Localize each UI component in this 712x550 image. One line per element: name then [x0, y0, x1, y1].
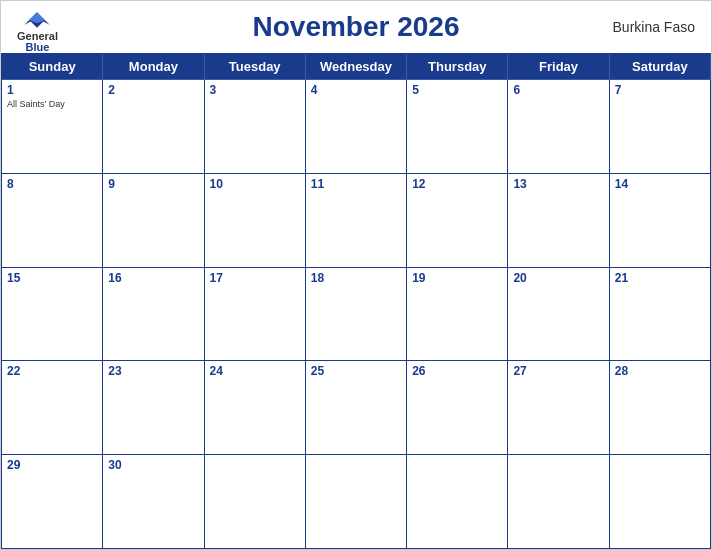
day-cell — [508, 455, 609, 549]
day-number: 19 — [412, 271, 502, 285]
day-cell: 5 — [407, 80, 508, 174]
day-number: 27 — [513, 364, 603, 378]
week-row-1: 1All Saints' Day234567 — [2, 80, 711, 174]
day-cell: 23 — [103, 361, 204, 455]
day-cell: 15 — [2, 268, 103, 362]
day-number: 12 — [412, 177, 502, 191]
day-header-monday: Monday — [103, 54, 204, 80]
day-cell: 21 — [610, 268, 711, 362]
day-header-thursday: Thursday — [407, 54, 508, 80]
day-cell: 13 — [508, 174, 609, 268]
day-cell: 17 — [205, 268, 306, 362]
day-number: 14 — [615, 177, 705, 191]
day-number: 4 — [311, 83, 401, 97]
day-number: 3 — [210, 83, 300, 97]
logo-blue-text: Blue — [26, 42, 50, 53]
logo-bird-icon — [19, 9, 55, 31]
day-cell: 6 — [508, 80, 609, 174]
day-number: 30 — [108, 458, 198, 472]
day-number: 20 — [513, 271, 603, 285]
day-header-wednesday: Wednesday — [306, 54, 407, 80]
day-cell: 22 — [2, 361, 103, 455]
day-cell: 29 — [2, 455, 103, 549]
week-row-3: 15161718192021 — [2, 268, 711, 362]
day-cell — [407, 455, 508, 549]
day-cell: 28 — [610, 361, 711, 455]
day-number: 28 — [615, 364, 705, 378]
day-cell: 2 — [103, 80, 204, 174]
day-number: 8 — [7, 177, 97, 191]
day-headers-row: SundayMondayTuesdayWednesdayThursdayFrid… — [2, 54, 711, 80]
day-number: 5 — [412, 83, 502, 97]
day-header-sunday: Sunday — [2, 54, 103, 80]
country-label: Burkina Faso — [613, 19, 695, 35]
day-cell: 25 — [306, 361, 407, 455]
day-cell: 24 — [205, 361, 306, 455]
day-cell: 16 — [103, 268, 204, 362]
day-number: 22 — [7, 364, 97, 378]
day-number: 1 — [7, 83, 97, 97]
day-cell: 1All Saints' Day — [2, 80, 103, 174]
day-number: 11 — [311, 177, 401, 191]
day-cell: 19 — [407, 268, 508, 362]
day-number: 10 — [210, 177, 300, 191]
day-cell — [610, 455, 711, 549]
calendar-grid: SundayMondayTuesdayWednesdayThursdayFrid… — [1, 53, 711, 549]
day-cell: 4 — [306, 80, 407, 174]
day-number: 7 — [615, 83, 705, 97]
holiday-label: All Saints' Day — [7, 99, 97, 110]
day-number: 23 — [108, 364, 198, 378]
day-number: 29 — [7, 458, 97, 472]
day-cell: 9 — [103, 174, 204, 268]
calendar-header: General Blue November 2026 Burkina Faso — [1, 1, 711, 53]
week-row-5: 2930 — [2, 455, 711, 549]
day-number: 6 — [513, 83, 603, 97]
day-number: 13 — [513, 177, 603, 191]
day-cell — [205, 455, 306, 549]
day-cell: 30 — [103, 455, 204, 549]
day-cell: 26 — [407, 361, 508, 455]
calendar-title: November 2026 — [252, 11, 459, 43]
day-number: 17 — [210, 271, 300, 285]
day-number: 16 — [108, 271, 198, 285]
day-number: 26 — [412, 364, 502, 378]
week-row-2: 891011121314 — [2, 174, 711, 268]
day-header-friday: Friday — [508, 54, 609, 80]
day-cell: 8 — [2, 174, 103, 268]
day-header-tuesday: Tuesday — [205, 54, 306, 80]
day-number: 25 — [311, 364, 401, 378]
day-number: 18 — [311, 271, 401, 285]
day-number: 21 — [615, 271, 705, 285]
weeks-container: 1All Saints' Day234567891011121314151617… — [2, 80, 711, 549]
day-number: 24 — [210, 364, 300, 378]
day-cell: 10 — [205, 174, 306, 268]
day-cell: 27 — [508, 361, 609, 455]
day-cell: 20 — [508, 268, 609, 362]
day-cell: 12 — [407, 174, 508, 268]
day-number: 2 — [108, 83, 198, 97]
day-cell: 3 — [205, 80, 306, 174]
day-cell: 11 — [306, 174, 407, 268]
day-header-saturday: Saturday — [610, 54, 711, 80]
day-cell: 7 — [610, 80, 711, 174]
day-cell — [306, 455, 407, 549]
calendar-container: General Blue November 2026 Burkina Faso … — [0, 0, 712, 550]
logo: General Blue — [17, 9, 58, 53]
week-row-4: 22232425262728 — [2, 361, 711, 455]
day-number: 15 — [7, 271, 97, 285]
day-cell: 18 — [306, 268, 407, 362]
day-number: 9 — [108, 177, 198, 191]
day-cell: 14 — [610, 174, 711, 268]
